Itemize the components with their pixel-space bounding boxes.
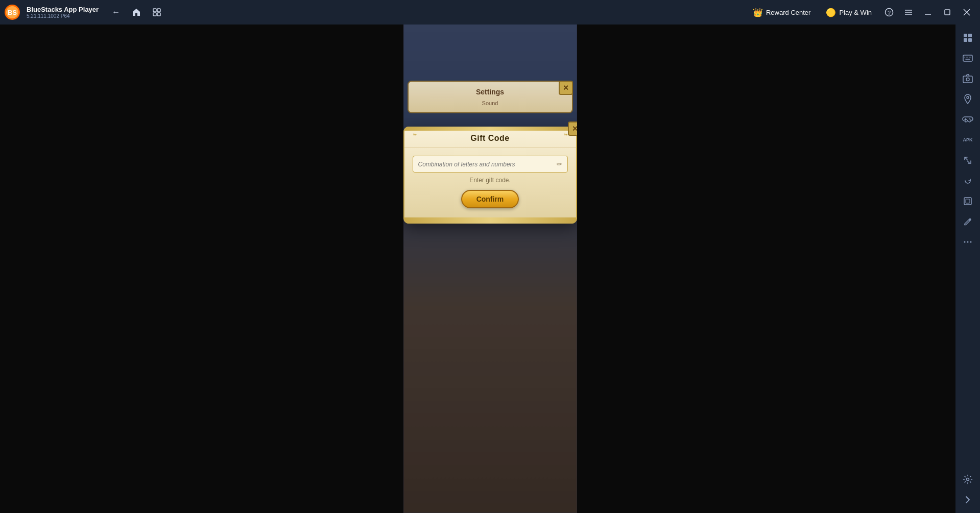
sidebar-location-button[interactable] xyxy=(959,90,977,108)
svg-rect-18 xyxy=(964,38,967,42)
sidebar-resize-button[interactable] xyxy=(959,151,977,169)
left-panel xyxy=(0,25,403,513)
settings-title: Settings xyxy=(415,88,566,96)
giftcode-header: ❧ Gift Code ❧ ✕ xyxy=(404,128,576,148)
apk-label: APK xyxy=(963,137,972,142)
svg-rect-19 xyxy=(968,38,972,42)
sidebar-arrow-button[interactable] xyxy=(959,491,977,509)
play-win-button[interactable]: 🟡 Play & Win xyxy=(819,5,879,20)
giftcode-close-button[interactable]: ✕ xyxy=(568,121,577,136)
sidebar-settings-button[interactable] xyxy=(959,470,977,488)
sidebar-apps-button[interactable] xyxy=(959,29,977,47)
dialog-bottom-decoration xyxy=(404,217,576,224)
giftcode-dialog: ❧ Gift Code ❧ ✕ ✏ Enter gift code. Confi… xyxy=(403,127,577,224)
settings-subtitle: Sound xyxy=(415,100,566,106)
svg-point-39 xyxy=(967,478,969,481)
reward-center-button[interactable]: 👑 Reward Center xyxy=(746,5,818,20)
svg-text:?: ? xyxy=(888,10,891,16)
app-version: 5.21.111.1002 P64 xyxy=(27,13,99,19)
svg-text:BS: BS xyxy=(8,9,17,16)
svg-rect-5 xyxy=(153,13,156,16)
app-name: BlueStacks App Player xyxy=(27,6,99,13)
titlebar-nav: ← xyxy=(107,3,166,21)
svg-point-38 xyxy=(970,241,972,243)
minimize-button[interactable] xyxy=(919,3,937,21)
coin-icon: 🟡 xyxy=(826,8,836,17)
confirm-button[interactable]: Confirm xyxy=(461,190,519,208)
svg-point-37 xyxy=(967,241,969,243)
tabs-button[interactable] xyxy=(148,3,166,21)
right-sidebar: APK xyxy=(955,25,980,513)
svg-rect-35 xyxy=(966,199,970,203)
help-button[interactable]: ? xyxy=(880,3,898,21)
close-x-icon: ✕ xyxy=(572,125,577,133)
giftcode-title: Gift Code xyxy=(470,134,510,142)
sidebar-capture-button[interactable] xyxy=(959,192,977,210)
sidebar-gamepad-button[interactable] xyxy=(959,110,977,129)
game-viewport: Settings Sound ✕ ❧ Gift Code ❧ ✕ ✏ Enter… xyxy=(403,0,577,513)
svg-rect-16 xyxy=(964,34,967,37)
giftcode-input-wrap[interactable]: ✏ xyxy=(413,156,568,173)
crown-icon: 👑 xyxy=(753,8,763,17)
game-background xyxy=(403,0,577,513)
svg-point-29 xyxy=(967,96,969,99)
app-logo: BS xyxy=(0,0,25,25)
svg-rect-27 xyxy=(963,76,972,83)
settings-close-button[interactable]: ✕ xyxy=(559,81,573,95)
svg-rect-13 xyxy=(945,10,950,15)
sidebar-keyboard-button[interactable] xyxy=(959,49,977,67)
sidebar-rotate-button[interactable] xyxy=(959,172,977,190)
menu-button[interactable] xyxy=(899,3,918,21)
close-button[interactable] xyxy=(958,3,976,21)
sidebar-more-button[interactable] xyxy=(959,233,977,251)
titlebar-right: 👑 Reward Center 🟡 Play & Win ? xyxy=(746,3,976,21)
svg-point-33 xyxy=(970,119,971,120)
svg-rect-34 xyxy=(964,198,971,205)
giftcode-input[interactable] xyxy=(418,161,554,168)
svg-rect-6 xyxy=(157,13,160,16)
sidebar-apk-button[interactable]: APK xyxy=(959,131,977,149)
titlebar: BS BlueStacks App Player 5.21.111.1002 P… xyxy=(0,0,980,25)
svg-rect-20 xyxy=(963,55,972,61)
svg-point-28 xyxy=(966,78,969,81)
sidebar-camera-button[interactable] xyxy=(959,69,977,88)
svg-rect-17 xyxy=(968,34,972,37)
play-win-label: Play & Win xyxy=(839,9,872,16)
giftcode-body: ✏ Enter gift code. Confirm xyxy=(404,148,576,212)
restore-button[interactable] xyxy=(938,3,957,21)
svg-rect-4 xyxy=(157,9,160,12)
svg-rect-3 xyxy=(153,9,156,12)
reward-center-label: Reward Center xyxy=(766,9,810,16)
dialog-corner-left: ❧ xyxy=(409,132,421,138)
giftcode-hint: Enter gift code. xyxy=(413,177,568,184)
app-title-block: BlueStacks App Player 5.21.111.1002 P64 xyxy=(27,6,99,19)
svg-point-36 xyxy=(964,241,966,243)
home-button[interactable] xyxy=(127,3,146,21)
settings-dialog: Settings Sound xyxy=(408,81,573,113)
sidebar-edit-button[interactable] xyxy=(959,212,977,231)
edit-icon: ✏ xyxy=(557,160,562,168)
back-button[interactable]: ← xyxy=(107,3,125,21)
right-panel xyxy=(553,25,956,513)
svg-point-32 xyxy=(969,118,970,119)
